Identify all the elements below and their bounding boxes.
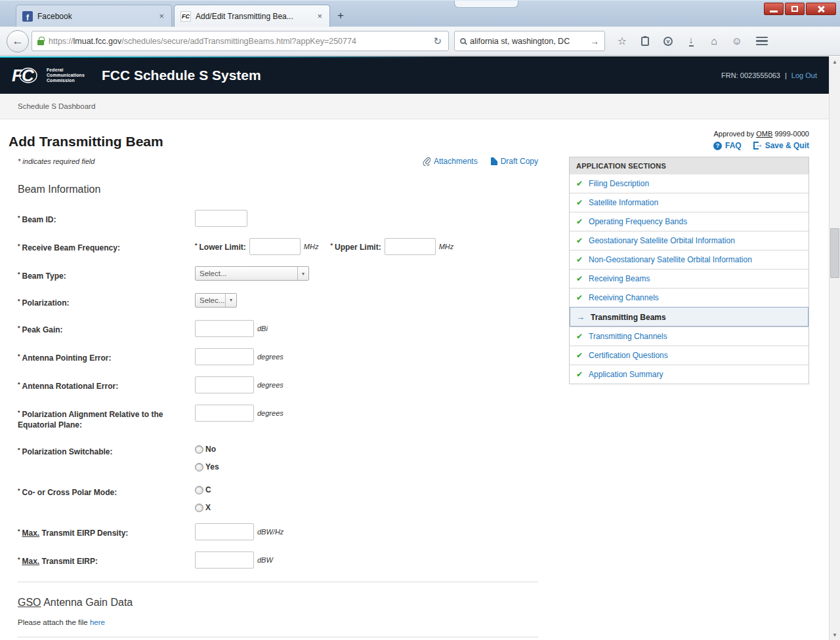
beam-id-input[interactable]: [195, 210, 247, 227]
search-icon: [460, 38, 466, 44]
antenna-pointing-error-input[interactable]: [195, 348, 254, 365]
section-link[interactable]: Receiving Beams: [589, 274, 650, 283]
pocket-icon[interactable]: v: [662, 35, 675, 48]
max-transmit-eirp-density-input[interactable]: [195, 523, 254, 540]
beam-type-select[interactable]: Select... ▾: [195, 266, 309, 281]
max-transmit-eirp-density-label: *Max. Transmit EIRP Density:: [18, 523, 195, 539]
scroll-down-icon[interactable]: ▼: [830, 630, 840, 640]
lock-icon: [37, 40, 44, 45]
hello-icon[interactable]: ☺: [730, 35, 744, 48]
cross-polar-radio[interactable]: [195, 504, 203, 512]
antenna-rotational-error-label: *Antenna Rotational Error:: [18, 376, 195, 392]
url-bar[interactable]: https://lmuat.fcc.gov/schedules/secure/a…: [32, 31, 449, 51]
section-link[interactable]: Receiving Channels: [589, 293, 659, 302]
logout-link[interactable]: Log Out: [791, 71, 817, 79]
minimize-button[interactable]: [764, 3, 784, 15]
field-row-polarization-alignment: *Polarization Alignment Relative to the …: [18, 405, 538, 431]
search-go-icon[interactable]: →: [590, 36, 599, 47]
check-icon: ✔: [576, 293, 583, 302]
c-option-label: C: [205, 485, 211, 494]
tab-close-icon[interactable]: ×: [158, 11, 165, 21]
section-link[interactable]: Application Summary: [589, 370, 663, 379]
polarization-switchable-no-radio[interactable]: [195, 445, 203, 454]
section-link[interactable]: Geostationary Satellite Orbital Informat…: [589, 236, 735, 245]
new-tab-button[interactable]: +: [330, 7, 351, 24]
section-item-satellite-information: ✔ Satellite Information: [570, 193, 808, 212]
section-item-filing-description: ✔ Filing Description: [570, 174, 808, 193]
page-title: Add Transmitting Beam: [9, 134, 163, 150]
menu-icon[interactable]: [756, 37, 768, 46]
required-field-note: * indicates required field: [18, 157, 94, 165]
check-icon: ✔: [576, 370, 583, 379]
section-link[interactable]: Operating Frequency Bands: [589, 217, 687, 226]
document-icon: [491, 157, 497, 165]
peak-gain-label: *Peak Gain:: [18, 320, 195, 336]
home-icon[interactable]: ⌂: [707, 35, 721, 48]
chevron-down-icon: ▾: [297, 267, 308, 280]
section-link[interactable]: Satellite Information: [589, 198, 658, 207]
dbi-unit: dBi: [257, 325, 268, 332]
antenna-rotational-error-input[interactable]: [195, 376, 254, 393]
page: F C Federal Communications Commission FC…: [0, 56, 829, 640]
co-polar-radio[interactable]: [195, 486, 203, 494]
frn-label: FRN: 0023555063: [721, 71, 780, 79]
check-icon: ✔: [576, 274, 583, 283]
browser-toolbar: ← https://lmuat.fcc.gov/schedules/secure…: [0, 26, 840, 56]
attachments-link[interactable]: Attachments: [423, 157, 478, 166]
facebook-favicon-icon: f: [22, 11, 33, 22]
upper-limit-label: *Upper Limit:: [330, 242, 381, 252]
breadcrumb-dashboard-link[interactable]: Schedule S Dashboard: [18, 102, 95, 110]
section-link[interactable]: Transmitting Beams: [591, 313, 666, 322]
draft-copy-link[interactable]: Draft Copy: [491, 157, 538, 166]
polarization-alignment-input[interactable]: [195, 405, 254, 422]
upper-limit-input[interactable]: [385, 238, 436, 255]
section-item-non-geostationary-orbital-info: ✔ Non-Geostationary Satellite Orbital In…: [570, 250, 808, 269]
attach-here-link[interactable]: here: [90, 618, 105, 626]
field-row-max-transmit-eirp: *Max. Transmit EIRP: dBW: [18, 551, 538, 569]
breadcrumb: Schedule S Dashboard: [0, 94, 829, 119]
no-option-label: No: [205, 445, 216, 454]
fcc-logo-icon: F C Federal Communications Commission: [12, 66, 85, 85]
fcc-logo-text: Federal Communications Commission: [47, 68, 85, 83]
close-button[interactable]: [806, 3, 836, 15]
current-section-arrow-icon: →: [576, 312, 585, 322]
polarization-switchable-label: *Polarization Switchable:: [18, 442, 195, 458]
bookmarks-menu-icon[interactable]: [639, 35, 652, 48]
tab-add-edit-transmitting-beams[interactable]: FC Add/Edit Transmitting Bea... ×: [174, 5, 330, 27]
tab-title: Facebook: [37, 12, 153, 21]
max-transmit-eirp-input[interactable]: [195, 551, 254, 569]
section-item-operating-frequency-bands: ✔ Operating Frequency Bands: [570, 212, 808, 231]
section-link[interactable]: Filing Description: [589, 179, 649, 188]
maximize-button[interactable]: [785, 3, 805, 15]
faq-link[interactable]: ? FAQ: [713, 141, 742, 150]
polarization-switchable-yes-radio[interactable]: [195, 463, 203, 471]
section-divider: [18, 637, 538, 637]
section-link[interactable]: Certification Questions: [589, 351, 668, 360]
scroll-up-icon[interactable]: ▲: [830, 56, 840, 67]
back-button[interactable]: ←: [7, 30, 29, 52]
field-row-polarization: *Polarization: Selec... ▾: [18, 293, 538, 309]
downloads-icon[interactable]: ↓: [684, 35, 698, 48]
lower-limit-label: *Lower Limit:: [195, 242, 246, 252]
save-quit-link[interactable]: → Save & Quit: [753, 141, 809, 150]
reload-icon[interactable]: ↻: [432, 35, 443, 47]
polarization-select[interactable]: Selec... ▾: [195, 293, 237, 308]
section-item-geostationary-orbital-info: ✔ Geostationary Satellite Orbital Inform…: [570, 231, 808, 250]
application-sections-panel: APPLICATION SECTIONS ✔ Filing Descriptio…: [569, 157, 809, 384]
degrees-unit: degrees: [257, 353, 284, 361]
section-link[interactable]: Transmitting Channels: [589, 332, 667, 341]
tab-close-icon[interactable]: ×: [316, 11, 324, 21]
search-input[interactable]: alifornia st, washington, DC →: [454, 31, 605, 51]
beam-id-label: *Beam ID:: [18, 210, 195, 226]
peak-gain-input[interactable]: [195, 320, 254, 337]
lower-limit-input[interactable]: [249, 238, 301, 255]
max-transmit-eirp-label: *Max. Transmit EIRP:: [18, 551, 195, 567]
chevron-down-icon: ▾: [225, 294, 236, 307]
tab-facebook[interactable]: f Facebook ×: [16, 5, 172, 27]
section-link[interactable]: Non-Geostationary Satellite Orbital Info…: [589, 255, 752, 264]
antenna-pointing-error-label: *Antenna Pointing Error:: [18, 348, 195, 364]
scrollbar-thumb[interactable]: [830, 228, 839, 278]
bookmark-star-icon[interactable]: ☆: [616, 35, 629, 48]
page-scrollbar[interactable]: ▲ ▼: [829, 56, 840, 640]
browser-tab-bar: f Facebook × FC Add/Edit Transmitting Be…: [0, 0, 840, 26]
